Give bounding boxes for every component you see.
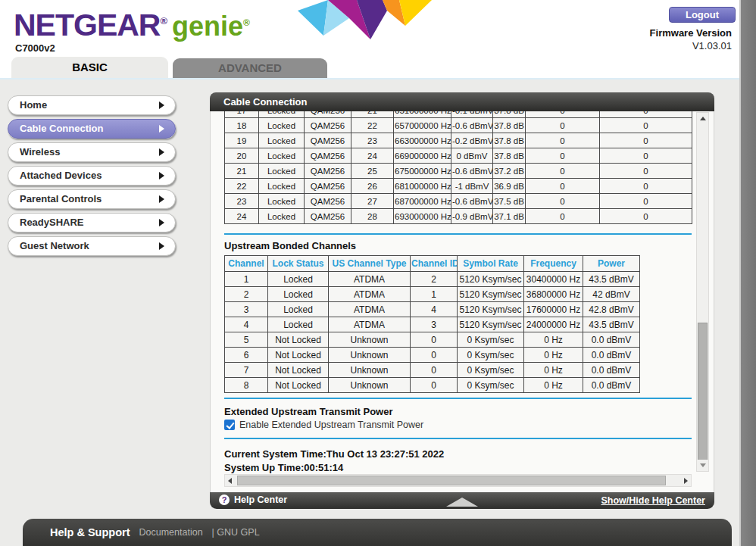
extended-power-title: Extended Upstream Transmit Power — [224, 406, 393, 417]
sidebar: Home Cable Connection Wireless Attached … — [8, 95, 176, 260]
table-cell: -1 dBmV — [451, 179, 493, 194]
show-hide-help-center-link[interactable]: Show/Hide Help Center — [601, 495, 705, 506]
genie-gem-logo-icon — [298, 0, 432, 43]
scroll-up-button[interactable] — [697, 113, 708, 124]
table-cell: 0 Hz — [524, 363, 583, 378]
checkbox-checked-icon[interactable] — [224, 420, 235, 430]
table-cell: Locked — [259, 111, 305, 118]
table-cell: Unknown — [329, 332, 411, 348]
table-cell: 0 — [600, 118, 692, 133]
netgear-logo-text: NETGEAR® — [14, 8, 167, 43]
table-cell: Unknown — [329, 348, 411, 363]
table-row: 20LockedQAM25624669000000 Hz0 dBmV37.8 d… — [225, 148, 692, 164]
firmware-version-block: Firmware Version V1.03.01 — [650, 27, 732, 51]
table-cell: 5120 Ksym/sec — [458, 317, 524, 332]
table-cell: 0 Ksym/sec — [458, 332, 524, 348]
table-cell: 675000000 Hz — [394, 164, 451, 179]
sidebar-item-guest-network[interactable]: Guest Network — [8, 236, 176, 256]
table-cell: 5120 Ksym/sec — [458, 302, 524, 317]
panel-title-bar: Cable Connection — [210, 92, 714, 111]
table-cell: 0 — [600, 209, 692, 224]
firmware-version-label: Firmware Version — [650, 27, 732, 39]
column-header: Power — [583, 256, 640, 272]
table-cell: 17 — [225, 111, 259, 118]
section-divider — [224, 233, 692, 235]
chevron-right-icon — [159, 242, 164, 250]
table-cell: 43.5 dBmV — [583, 272, 640, 287]
vertical-scrollbar[interactable] — [696, 112, 709, 472]
table-cell: 24 — [351, 148, 394, 164]
sidebar-item-label: Guest Network — [20, 240, 89, 251]
table-cell: 1 — [411, 287, 458, 302]
table-cell: ATDMA — [329, 272, 411, 287]
sidebar-item-attached-devices[interactable]: Attached Devices — [8, 166, 176, 186]
table-row: 21LockedQAM25625675000000 Hz-0.6 dBmV37.… — [225, 164, 692, 179]
documentation-link[interactable]: Documentation — [139, 527, 203, 538]
table-cell: QAM256 — [305, 118, 351, 133]
table-cell: 0 Hz — [524, 348, 583, 363]
sidebar-item-home[interactable]: Home — [8, 95, 176, 115]
table-cell: 0 — [526, 148, 600, 164]
table-cell: 0.0 dBmV — [583, 348, 640, 363]
table-cell: -0.9 dBmV — [451, 209, 493, 224]
chevron-right-icon — [159, 148, 164, 156]
footer-bar: Help & Support Documentation | GNU GPL — [23, 519, 732, 546]
gnu-gpl-link[interactable]: | GNU GPL — [212, 527, 260, 538]
table-cell: QAM256 — [305, 164, 351, 179]
table-row: 5Not LockedUnknown00 Ksym/sec0 Hz0.0 dBm… — [225, 332, 640, 348]
table-cell: 0 Ksym/sec — [458, 348, 524, 363]
table-cell: 0 — [411, 378, 458, 393]
vertical-scrollbar-thumb[interactable] — [698, 323, 708, 461]
help-support-title: Help & Support — [50, 526, 130, 538]
table-cell: 0 Ksym/sec — [458, 363, 524, 378]
horizontal-scrollbar-thumb[interactable] — [237, 476, 666, 485]
table-cell: 0 — [600, 179, 692, 194]
table-cell: 43.5 dBmV — [583, 317, 640, 332]
chevron-right-icon — [159, 101, 164, 109]
scroll-right-button[interactable] — [679, 475, 691, 486]
table-cell: 17600000 Hz — [524, 302, 583, 317]
tab-advanced[interactable]: ADVANCED — [173, 58, 327, 78]
column-header: Channel ID — [411, 256, 458, 272]
table-cell: 651000000 Hz — [394, 111, 451, 118]
table-cell: 24000000 Hz — [524, 317, 583, 332]
table-cell: 21 — [225, 164, 259, 179]
table-cell: 0 — [600, 133, 692, 148]
table-cell: QAM256 — [305, 133, 351, 148]
table-cell: QAM256 — [305, 194, 351, 209]
sidebar-item-parental-controls[interactable]: Parental Controls — [8, 189, 176, 209]
question-mark-icon: ? — [219, 495, 230, 505]
horizontal-scrollbar[interactable] — [224, 474, 692, 487]
table-cell: 24 — [225, 209, 259, 224]
sidebar-item-readyshare[interactable]: ReadySHARE — [8, 213, 176, 232]
scroll-down-button[interactable] — [697, 460, 708, 471]
sidebar-item-wireless[interactable]: Wireless — [8, 142, 176, 162]
table-cell: 681000000 Hz — [394, 179, 451, 194]
table-cell: 18 — [225, 118, 259, 133]
table-cell: 30400000 Hz — [524, 272, 583, 287]
logout-button[interactable]: Logout — [669, 7, 736, 23]
table-cell: 20 — [225, 148, 259, 164]
arrow-down-icon — [700, 463, 706, 467]
table-cell: 0 — [411, 348, 458, 363]
table-cell: 0 — [526, 118, 600, 133]
table-cell: 2 — [225, 287, 268, 302]
table-cell: 669000000 Hz — [394, 148, 451, 164]
scroll-left-button[interactable] — [225, 475, 236, 486]
chevron-right-icon — [159, 172, 164, 179]
expand-panel-triangle-icon[interactable] — [446, 498, 478, 507]
sidebar-item-label: Cable Connection — [20, 123, 104, 134]
netgear-genie-page: NETGEAR® genie® C7000v2 Logout Firmware … — [0, 0, 756, 546]
chevron-right-icon — [159, 195, 164, 203]
table-row: 8Not LockedUnknown00 Ksym/sec0 Hz0.0 dBm… — [225, 378, 640, 393]
table-cell: QAM256 — [305, 179, 351, 194]
table-row: 7Not LockedUnknown00 Ksym/sec0 Hz0.0 dBm… — [225, 363, 640, 378]
sidebar-item-label: Parental Controls — [20, 193, 102, 204]
chevron-right-icon — [159, 219, 164, 226]
table-row: 17LockedQAM25621651000000 Hz-0.1 dBmV37.… — [225, 111, 692, 118]
table-cell: Locked — [259, 164, 305, 179]
registered-mark-icon: ® — [243, 17, 250, 28]
sidebar-item-cable-connection[interactable]: Cable Connection — [8, 119, 176, 139]
tab-basic[interactable]: BASIC — [11, 57, 168, 78]
table-cell: 663000000 Hz — [394, 133, 451, 148]
